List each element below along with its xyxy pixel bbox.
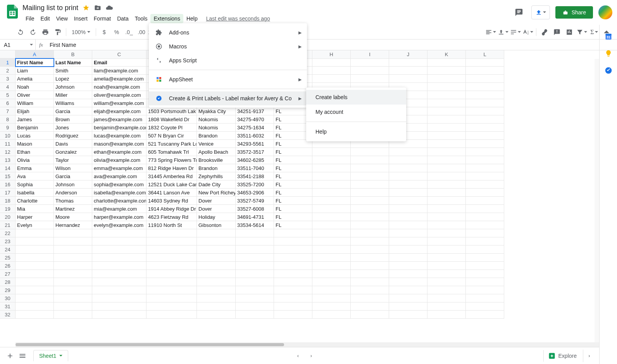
row-header[interactable]: 18 — [0, 197, 16, 205]
cell[interactable] — [54, 270, 92, 278]
row-header[interactable]: 20 — [0, 213, 16, 221]
cell[interactable] — [146, 254, 197, 262]
cell[interactable] — [312, 205, 351, 213]
cell[interactable]: Dover — [197, 205, 236, 213]
cell[interactable] — [312, 164, 351, 172]
row-header[interactable]: 29 — [0, 286, 16, 294]
cell[interactable] — [466, 91, 504, 99]
cell[interactable] — [351, 229, 389, 237]
ext-menu-item[interactable]: AppSheet▶ — [149, 72, 307, 86]
cell[interactable] — [427, 254, 466, 262]
cell[interactable]: Thomas — [54, 197, 92, 205]
cell[interactable]: 33525-7200 — [236, 180, 274, 189]
cell[interactable]: 33541-2188 — [236, 172, 274, 180]
cell[interactable] — [427, 221, 466, 229]
cell[interactable] — [197, 278, 236, 286]
ext-menu-item[interactable]: Add-ons▶ — [149, 26, 307, 39]
cell[interactable] — [466, 58, 504, 67]
cell[interactable] — [197, 294, 236, 302]
cell[interactable] — [427, 294, 466, 302]
row-header[interactable]: 24 — [0, 246, 16, 254]
filter-button[interactable] — [576, 27, 588, 38]
cell[interactable] — [312, 302, 351, 311]
cell[interactable] — [312, 237, 351, 246]
cell[interactable] — [312, 58, 351, 67]
cell[interactable] — [312, 67, 351, 75]
cell[interactable]: Gibsonton — [197, 221, 236, 229]
calendar-icon[interactable]: 31 — [605, 33, 612, 40]
cell[interactable] — [274, 311, 312, 319]
row-header[interactable]: 3 — [0, 75, 16, 83]
account-avatar[interactable] — [598, 5, 612, 19]
cell[interactable] — [351, 67, 389, 75]
cell[interactable] — [427, 99, 466, 107]
cell[interactable]: Venice — [197, 140, 236, 148]
cell[interactable] — [274, 302, 312, 311]
cell[interactable]: oliver@example.com — [92, 91, 146, 99]
cell[interactable] — [146, 237, 197, 246]
cell[interactable]: Gonzalez — [54, 148, 92, 156]
cell[interactable]: Jones — [54, 124, 92, 132]
cell[interactable] — [466, 213, 504, 221]
cell[interactable] — [466, 278, 504, 286]
cell[interactable]: 605 Tomahawk Trl — [146, 148, 197, 156]
cell[interactable] — [427, 311, 466, 319]
menu-view[interactable]: View — [53, 14, 71, 23]
cell[interactable] — [197, 286, 236, 294]
cell[interactable] — [466, 124, 504, 132]
horizontal-scrollbar[interactable] — [16, 342, 599, 347]
cell[interactable] — [312, 180, 351, 189]
cell[interactable] — [92, 246, 146, 254]
cell[interactable] — [274, 262, 312, 270]
last-edit-link[interactable]: Last edit was seconds ago — [206, 15, 270, 22]
cell[interactable]: isabella@example.com — [92, 189, 146, 197]
cell[interactable]: 34691-4731 — [236, 213, 274, 221]
cell[interactable]: 1832 Coyote Pl — [146, 124, 197, 132]
cell[interactable] — [389, 189, 427, 197]
cell[interactable] — [466, 302, 504, 311]
row-header[interactable]: 9 — [0, 124, 16, 132]
cell[interactable] — [466, 164, 504, 172]
row-header[interactable]: 32 — [0, 311, 16, 319]
cell[interactable] — [389, 172, 427, 180]
cell[interactable] — [389, 180, 427, 189]
row-header[interactable]: 22 — [0, 229, 16, 237]
cell[interactable]: Mia — [16, 205, 54, 213]
cell[interactable] — [236, 237, 274, 246]
cell[interactable] — [427, 91, 466, 99]
cell[interactable] — [16, 254, 54, 262]
cell[interactable] — [351, 75, 389, 83]
cell[interactable] — [274, 294, 312, 302]
cell[interactable]: Elijah — [16, 107, 54, 115]
cell[interactable]: FL — [274, 221, 312, 229]
cell[interactable]: 34602-6285 — [236, 156, 274, 164]
cell[interactable]: ava@example.com — [92, 172, 146, 180]
cell[interactable] — [16, 311, 54, 319]
cell[interactable] — [312, 75, 351, 83]
cell[interactable] — [312, 270, 351, 278]
row-header[interactable]: 11 — [0, 140, 16, 148]
cell[interactable]: Ava — [16, 172, 54, 180]
cell[interactable]: 1808 Wakefield Dr — [146, 115, 197, 124]
cell[interactable] — [312, 311, 351, 319]
cell[interactable]: noah@example.com — [92, 83, 146, 91]
cell[interactable] — [351, 246, 389, 254]
cell[interactable]: liam@example.com — [92, 67, 146, 75]
cell[interactable] — [312, 246, 351, 254]
cell[interactable]: Moore — [54, 213, 92, 221]
cell[interactable] — [312, 197, 351, 205]
print-button[interactable] — [40, 27, 51, 38]
cell[interactable] — [236, 311, 274, 319]
row-header[interactable]: 2 — [0, 67, 16, 75]
cell[interactable] — [466, 246, 504, 254]
menu-extensions[interactable]: Extensions — [150, 14, 183, 23]
cell[interactable] — [54, 237, 92, 246]
cell[interactable] — [236, 246, 274, 254]
cell[interactable]: Zephyrhills — [197, 172, 236, 180]
cell[interactable]: 12521 Duck Lake Can — [146, 180, 197, 189]
decrease-decimal-button[interactable]: .0_ — [123, 27, 135, 38]
menu-insert[interactable]: Insert — [71, 14, 91, 23]
cell[interactable] — [351, 156, 389, 164]
cell[interactable] — [236, 302, 274, 311]
row-header[interactable]: 16 — [0, 180, 16, 189]
